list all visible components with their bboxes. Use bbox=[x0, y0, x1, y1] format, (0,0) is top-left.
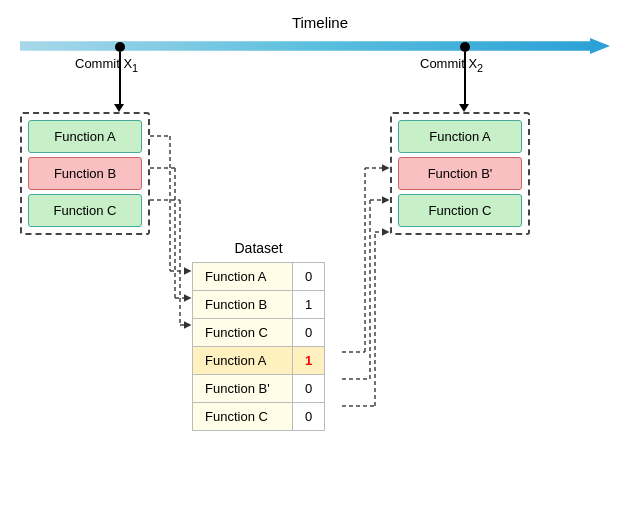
commit-subscript-2: 2 bbox=[477, 62, 483, 74]
row-3-val: 0 bbox=[293, 319, 325, 347]
left-func-c: Function C bbox=[28, 194, 142, 227]
table-row: Function B' 0 bbox=[193, 375, 325, 403]
commit-arrow-2 bbox=[459, 104, 469, 112]
table-row: Function C 0 bbox=[193, 319, 325, 347]
dataset-container: Dataset Function A 0 Function B 1 Functi… bbox=[192, 240, 325, 431]
dataset-label: Dataset bbox=[192, 240, 325, 256]
row-2-val: 1 bbox=[293, 291, 325, 319]
commit-arrow-1 bbox=[114, 104, 124, 112]
table-row: Function C 0 bbox=[193, 403, 325, 431]
left-commit-box: Function A Function B Function C bbox=[20, 112, 150, 235]
table-row: Function B 1 bbox=[193, 291, 325, 319]
commit-label-1: Commit X1 bbox=[75, 56, 138, 74]
table-row: Function A 1 bbox=[193, 347, 325, 375]
dataset-table: Function A 0 Function B 1 Function C 0 F… bbox=[192, 262, 325, 431]
left-func-a: Function A bbox=[28, 120, 142, 153]
right-func-b-prime: Function B' bbox=[398, 157, 522, 190]
row-4-name: Function A bbox=[193, 347, 293, 375]
row-5-val: 0 bbox=[293, 375, 325, 403]
right-func-a: Function A bbox=[398, 120, 522, 153]
row-1-name: Function A bbox=[193, 263, 293, 291]
row-6-val: 0 bbox=[293, 403, 325, 431]
row-2-name: Function B bbox=[193, 291, 293, 319]
commit-dot-2 bbox=[460, 42, 470, 52]
row-5-name: Function B' bbox=[193, 375, 293, 403]
right-func-c: Function C bbox=[398, 194, 522, 227]
timeline-label: Timeline bbox=[292, 14, 348, 31]
row-3-name: Function C bbox=[193, 319, 293, 347]
table-row: Function A 0 bbox=[193, 263, 325, 291]
commit-subscript-1: 1 bbox=[132, 62, 138, 74]
right-commit-box: Function A Function B' Function C bbox=[390, 112, 530, 235]
commit-dot-1 bbox=[115, 42, 125, 52]
timeline-arrow bbox=[20, 38, 610, 54]
commit-label-2: Commit X2 bbox=[420, 56, 483, 74]
left-func-b: Function B bbox=[28, 157, 142, 190]
row-4-val: 1 bbox=[293, 347, 325, 375]
row-6-name: Function C bbox=[193, 403, 293, 431]
row-1-val: 0 bbox=[293, 263, 325, 291]
